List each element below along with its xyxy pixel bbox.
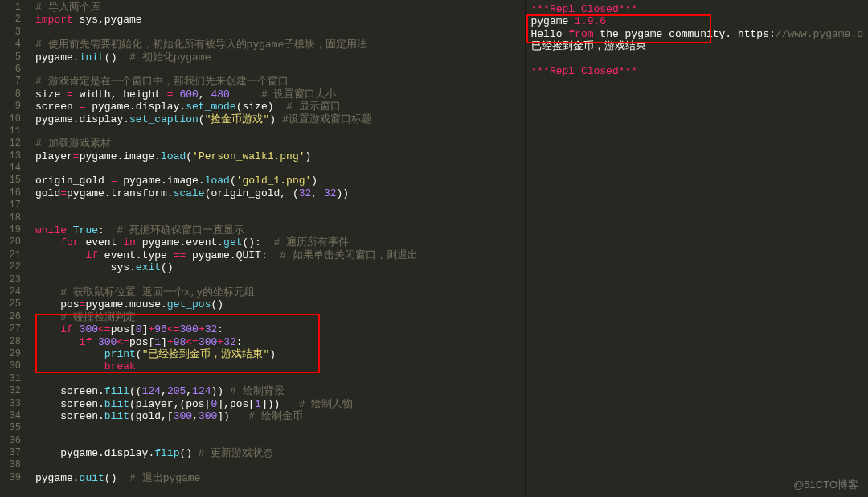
code-line[interactable]: break [35,360,525,372]
console-line: 已经捡到金币，游戏结束 [531,40,864,52]
line-number-gutter: 1234567891011121314151617181920212223242… [0,0,27,484]
line-number: 34 [0,410,27,422]
line-number: 14 [0,162,27,175]
line-number: 6 [0,64,27,76]
line-number: 30 [0,360,27,372]
line-number: 28 [0,336,27,348]
line-number: 24 [0,286,27,298]
line-number: 12 [0,138,27,150]
line-number: 4 [0,39,27,51]
line-number: 8 [0,88,27,101]
code-line[interactable]: # 获取鼠标位置 返回一个x,y的坐标元组 [35,286,525,298]
code-line[interactable] [35,435,525,447]
code-line[interactable] [35,212,525,224]
console-line [531,53,864,65]
code-line[interactable] [35,373,525,385]
line-number: 20 [0,236,27,249]
line-number: 10 [0,113,27,125]
line-number: 7 [0,76,27,88]
console-line: ***Repl Closed*** [531,3,864,15]
console-text: ***Repl Closed***pygame 1.9.6Hello from … [531,3,864,77]
line-number: 25 [0,298,27,310]
code-line[interactable] [35,274,525,286]
code-line[interactable]: # 使用前先需要初始化，初始化所有被导入的pygame子模块，固定用法 [35,39,525,51]
console-line: ***Repl Closed*** [531,65,864,77]
line-number: 36 [0,435,27,447]
code-editor[interactable]: 1234567891011121314151617181920212223242… [0,0,525,497]
line-number: 3 [0,27,27,39]
line-number: 18 [0,212,27,224]
code-line[interactable]: if event.type == pygame.QUIT: # 如果单击关闭窗口… [35,249,525,261]
code-line[interactable]: if 300<=pos[1]+98<=300+32: [35,336,525,348]
code-line[interactable]: for event in pygame.event.get(): # 遍历所有事… [35,236,525,249]
code-line[interactable]: pygame.display.flip() # 更新游戏状态 [35,447,525,459]
code-line[interactable]: player=pygame.image.load('Person_walk1.p… [35,150,525,162]
line-number: 21 [0,249,27,261]
line-number: 39 [0,472,27,484]
code-line[interactable]: screen.fill((124,205,124)) # 绘制背景 [35,385,525,397]
code-line[interactable] [35,422,525,434]
watermark: @51CTO博客 [793,479,858,491]
line-number: 2 [0,14,27,26]
code-line[interactable]: gold=pygame.transform.scale(origin_gold,… [35,187,525,199]
line-number: 37 [0,447,27,459]
code-line[interactable]: if 300<=pos[0]+96<=300+32: [35,323,525,335]
line-number: 19 [0,224,27,236]
line-number: 35 [0,422,27,434]
code-line[interactable]: import sys,pygame [35,14,525,26]
code-line[interactable]: pos=pygame.mouse.get_pos() [35,298,525,310]
line-number: 16 [0,187,27,199]
code-line[interactable] [35,125,525,138]
code-line[interactable]: size = width, height = 600, 480 # 设置窗口大小 [35,88,525,101]
code-line[interactable] [35,27,525,39]
line-number: 32 [0,385,27,397]
line-number: 29 [0,348,27,360]
line-number: 11 [0,125,27,138]
line-number: 22 [0,261,27,273]
code-line[interactable]: screen.blit(gold,[300,300]) # 绘制金币 [35,410,525,422]
line-number: 27 [0,323,27,335]
code-line[interactable]: origin_gold = pygame.image.load('gold_1.… [35,175,525,187]
line-number: 33 [0,398,27,410]
code-line[interactable] [35,64,525,76]
code-line[interactable]: while True: # 死循环确保窗口一直显示 [35,224,525,236]
code-line[interactable]: # 加载游戏素材 [35,138,525,150]
output-console[interactable]: ***Repl Closed***pygame 1.9.6Hello from … [525,0,869,497]
line-number: 5 [0,51,27,64]
code-line[interactable] [35,459,525,471]
code-line[interactable] [35,199,525,212]
line-number: 17 [0,199,27,212]
code-line[interactable]: # 导入两个库 [35,2,525,14]
code-line[interactable]: # 碰撞检测判定 [35,311,525,323]
console-line: Hello from the pygame community. https:/… [531,28,864,40]
console-line: pygame 1.9.6 [531,15,864,27]
code-line[interactable]: pygame.quit() # 退出pygame [35,472,525,484]
line-number: 26 [0,311,27,323]
code-line[interactable]: pygame.init() # 初始化pygame [35,51,525,64]
line-number: 13 [0,150,27,162]
line-number: 23 [0,274,27,286]
code-line[interactable]: # 游戏肯定是在一个窗口中，那我们先来创建一个窗口 [35,76,525,88]
code-line[interactable] [35,162,525,175]
code-area[interactable]: # 导入两个库import sys,pygame # 使用前先需要初始化，初始化… [35,0,525,484]
code-line[interactable]: screen = pygame.display.set_mode(size) #… [35,101,525,113]
code-line[interactable]: print("已经捡到金币，游戏结束") [35,348,525,360]
line-number: 9 [0,101,27,113]
code-line[interactable]: screen.blit(player,(pos[0],pos[1])) # 绘制… [35,398,525,410]
line-number: 38 [0,459,27,471]
line-number: 15 [0,175,27,187]
line-number: 31 [0,373,27,385]
code-line[interactable]: sys.exit() [35,261,525,273]
code-line[interactable]: pygame.display.set_caption("捡金币游戏") #设置游… [35,113,525,125]
line-number: 1 [0,2,27,14]
